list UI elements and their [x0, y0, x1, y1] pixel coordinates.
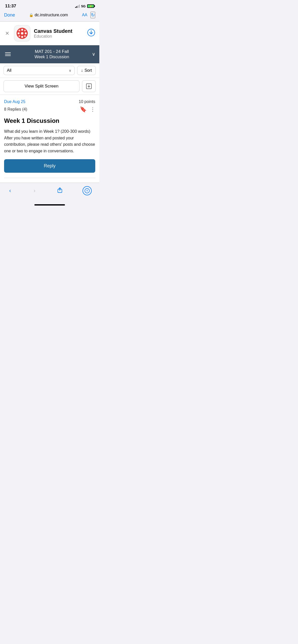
due-date: Due Aug 25 — [4, 99, 25, 104]
battery-icon: ⚡ — [87, 4, 94, 8]
svg-point-4 — [18, 32, 20, 34]
nav-title-main: MAT 201 - 24 Fall — [35, 49, 69, 54]
sort-icon: ↓ — [81, 68, 83, 73]
nav-title-sub: Week 1 Discussion — [35, 54, 69, 60]
svg-point-7 — [24, 30, 26, 32]
hamburger-line-2 — [5, 54, 11, 54]
svg-point-8 — [19, 35, 20, 37]
hamburger-button[interactable] — [4, 51, 12, 57]
battery-bolt: ⚡ — [89, 5, 92, 8]
network-type: 5G — [81, 4, 86, 8]
hamburger-line-3 — [5, 55, 11, 56]
forward-button[interactable]: › — [32, 186, 37, 196]
import-button[interactable] — [82, 80, 96, 92]
filter-select[interactable]: All ∨ — [4, 66, 75, 75]
nav-bar: MAT 201 - 24 Fall Week 1 Discussion ∨ — [0, 45, 99, 63]
svg-point-10 — [21, 32, 23, 35]
app-icon — [14, 25, 30, 41]
done-button[interactable]: Done — [4, 12, 15, 18]
due-row: Due Aug 25 10 points — [4, 99, 95, 104]
content: Due Aug 25 10 points 8 Replies (4) 🔖 ⋮ W… — [0, 95, 99, 183]
svg-point-3 — [21, 36, 23, 38]
back-button[interactable]: ‹ — [8, 186, 12, 196]
lock-icon: 🔒 — [29, 13, 33, 17]
action-icons: 🔖 ⋮ — [80, 106, 95, 113]
reply-button[interactable]: Reply — [4, 159, 95, 173]
split-screen-label: View Split Screen — [25, 84, 59, 89]
status-bar: 11:37 5G ⚡ — [0, 0, 99, 11]
svg-point-5 — [25, 32, 27, 34]
filter-select-text: All — [7, 68, 11, 73]
bottom-nav: ‹ › — [0, 183, 99, 202]
chevron-down-button[interactable]: ∨ — [92, 51, 95, 57]
discussion-body: What did you learn in Week 1? (200-300 w… — [4, 128, 95, 154]
aa-button[interactable]: AA — [82, 13, 87, 17]
reload-button[interactable]: ↻ — [90, 12, 95, 18]
app-info: Canvas Student Education — [34, 28, 84, 39]
svg-point-2 — [21, 29, 23, 31]
split-screen-bar: View Split Screen — [0, 78, 99, 95]
download-button[interactable] — [87, 28, 95, 38]
status-icons: 5G ⚡ — [75, 4, 94, 8]
discussion-title: Week 1 Discussion — [4, 117, 95, 125]
bookmark-icon[interactable]: 🔖 — [80, 106, 87, 113]
status-time: 11:37 — [5, 4, 16, 9]
split-screen-button[interactable]: View Split Screen — [4, 80, 79, 92]
replies-text: 8 Replies (4) — [4, 107, 27, 112]
app-header: ✕ Canvas Student Education — [0, 22, 99, 45]
points: 10 points — [79, 99, 95, 104]
compass-button[interactable] — [83, 186, 92, 195]
url-bar: 🔒 dc.instructure.com — [18, 13, 79, 17]
hamburger-line-1 — [5, 52, 11, 53]
sort-button[interactable]: ↓ Sort — [77, 66, 96, 75]
more-options-icon[interactable]: ⋮ — [90, 106, 95, 112]
app-name: Canvas Student — [34, 28, 84, 34]
replies-row: 8 Replies (4) 🔖 ⋮ — [4, 106, 95, 113]
filter-bar: All ∨ ↓ Sort — [0, 63, 99, 78]
svg-point-9 — [24, 35, 26, 37]
divider — [4, 178, 95, 178]
app-category: Education — [34, 34, 84, 39]
home-bar — [34, 204, 65, 206]
signal-bars — [75, 4, 80, 8]
share-button[interactable] — [57, 187, 63, 195]
battery-wrapper: ⚡ — [87, 4, 94, 8]
home-indicator — [0, 202, 99, 208]
url-text: dc.instructure.com — [35, 13, 68, 17]
filter-chevron-icon: ∨ — [69, 68, 71, 72]
browser-bar: Done 🔒 dc.instructure.com AA ↻ — [0, 11, 99, 22]
close-button[interactable]: ✕ — [4, 29, 10, 37]
nav-title: MAT 201 - 24 Fall Week 1 Discussion — [35, 49, 69, 60]
svg-point-6 — [19, 30, 20, 32]
sort-label: Sort — [85, 68, 92, 73]
